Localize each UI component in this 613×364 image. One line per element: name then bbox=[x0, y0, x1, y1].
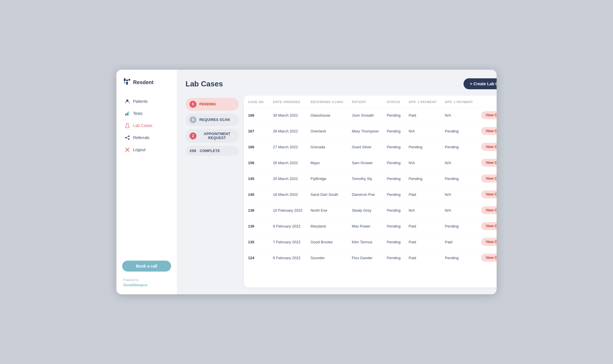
cell-case-no: 156 bbox=[244, 155, 269, 171]
cell-date-ordered: 18 March 2022 bbox=[269, 187, 306, 202]
col-date-ordered: DATE ORDERED bbox=[269, 96, 306, 107]
cell-patient: Max Power bbox=[348, 218, 383, 234]
cell-case-no: 167 bbox=[244, 123, 269, 139]
cell-patient: Grant Silver bbox=[348, 139, 383, 155]
sidebar-item-logout[interactable]: Logout bbox=[120, 144, 173, 156]
cell-app1-payment: Pending bbox=[405, 171, 441, 187]
right-panel: 🔔 3 Lab Cases + Create Lab Case 5 bbox=[177, 70, 497, 294]
filter-appointment-request[interactable]: 2 APPOINTMENT REQUEST bbox=[186, 129, 239, 143]
cell-case-no: 140 bbox=[244, 187, 269, 202]
cell-app2-payment: N/A bbox=[441, 187, 477, 202]
cell-patient: Mary Thompson bbox=[348, 123, 383, 139]
cell-app1-payment: N/A bbox=[405, 155, 441, 171]
create-case-button[interactable]: + Create Lab Case bbox=[463, 78, 497, 89]
cell-referring-clinic: Mypo bbox=[306, 155, 348, 171]
col-app2-payment: APP. 1 PAYMENT bbox=[441, 96, 477, 107]
view-case-button[interactable]: View Case bbox=[481, 238, 497, 246]
view-case-button[interactable]: View Case bbox=[481, 190, 497, 198]
view-case-button[interactable]: View Case bbox=[481, 254, 497, 262]
cell-action: View Case bbox=[477, 187, 497, 202]
sidebar-logo: Resdent bbox=[116, 78, 177, 96]
logo-text: Resdent bbox=[133, 79, 154, 86]
cell-date-ordered: 7 February 2022 bbox=[269, 234, 306, 250]
cell-app2-payment: Pending bbox=[441, 139, 477, 155]
main-content: Lab Cases + Create Lab Case 5 PENDING 0 … bbox=[177, 70, 497, 294]
sidebar-item-tests[interactable]: Tests bbox=[120, 108, 173, 119]
table-row: 156 26 March 2022 Mypo Sam Grower Pendin… bbox=[244, 155, 497, 171]
labcase-icon bbox=[124, 123, 130, 128]
cell-date-ordered: 10 February 2022 bbox=[269, 202, 306, 218]
cell-app1-payment: Pending bbox=[405, 139, 441, 155]
cell-app1-payment: N/A bbox=[405, 123, 441, 139]
chart-icon bbox=[124, 111, 130, 116]
svg-rect-1 bbox=[126, 79, 128, 81]
cell-action: View Case bbox=[477, 250, 497, 266]
view-case-button[interactable]: View Case bbox=[481, 175, 497, 183]
cell-referring-clinic: Grenada bbox=[306, 139, 348, 155]
sidebar-item-labcases-label: Lab Cases bbox=[133, 123, 152, 128]
cell-patient: Fluu Gander bbox=[348, 250, 383, 266]
cell-app2-payment: Pending bbox=[441, 250, 477, 266]
cell-app2-payment: Pending bbox=[441, 171, 477, 187]
cell-app2-payment: N/A bbox=[441, 155, 477, 171]
view-case-button[interactable]: View Case bbox=[481, 111, 497, 119]
table-row: 140 18 March 2022 Sand Dart South Damero… bbox=[244, 187, 497, 202]
sidebar-item-referrals[interactable]: Referrals bbox=[120, 132, 173, 143]
filter-complete[interactable]: 208 COMPLETE bbox=[186, 146, 239, 156]
complete-label: COMPLETE bbox=[200, 149, 220, 153]
table-container: CASE No. DATE ORDERED REFERRING CLINIC P… bbox=[244, 96, 497, 287]
pending-label: PENDING bbox=[199, 102, 216, 106]
cell-patient: Klim Tarmus bbox=[348, 234, 383, 250]
cell-case-no: 124 bbox=[244, 250, 269, 266]
svg-point-11 bbox=[128, 136, 130, 137]
cell-patient: Stealy Grey bbox=[348, 202, 383, 218]
powered-by: Powered by GoodSleepco bbox=[116, 272, 177, 287]
cell-date-ordered: 20 March 2022 bbox=[269, 171, 306, 187]
cell-status: Pending bbox=[383, 123, 405, 139]
appointment-request-label: APPOINTMENT REQUEST bbox=[199, 132, 235, 140]
svg-line-14 bbox=[126, 138, 128, 139]
svg-rect-0 bbox=[124, 78, 126, 81]
cell-app1-payment: Paid bbox=[405, 107, 441, 123]
view-case-button[interactable]: View Case bbox=[481, 206, 497, 214]
filter-pending[interactable]: 5 PENDING bbox=[186, 98, 239, 111]
page-title: Lab Cases bbox=[186, 79, 223, 88]
cell-case-no: 145 bbox=[244, 171, 269, 187]
sidebar-item-patients[interactable]: Patients bbox=[120, 96, 173, 107]
cell-action: View Case bbox=[477, 171, 497, 187]
cell-patient: Dameron Poe bbox=[348, 187, 383, 202]
svg-rect-4 bbox=[128, 79, 130, 81]
cell-app1-payment: Paid bbox=[405, 218, 441, 234]
cell-action: View Case bbox=[477, 155, 497, 171]
cell-app1-payment: N/A bbox=[405, 202, 441, 218]
app-container: Resdent Patients bbox=[116, 70, 497, 294]
filter-requires-scan[interactable]: 0 REQUIRES SCAN bbox=[186, 113, 239, 126]
cell-action: View Case bbox=[477, 107, 497, 123]
view-case-button[interactable]: View Case bbox=[481, 222, 497, 230]
table-row: 135 7 February 2022 Good Brooke Klim Tar… bbox=[244, 234, 497, 250]
col-app1-payment: APP. 1 PAYMENT bbox=[405, 96, 441, 107]
cell-app2-payment: Pending bbox=[441, 123, 477, 139]
table-row: 124 6 February 2022 Sounder Fluu Gander … bbox=[244, 250, 497, 266]
cell-app2-payment: N/A bbox=[441, 107, 477, 123]
view-case-button[interactable]: View Case bbox=[481, 127, 497, 135]
cell-action: View Case bbox=[477, 202, 497, 218]
table-row: 145 20 March 2022 FlyBridge Tomothy Sly … bbox=[244, 171, 497, 187]
view-case-button[interactable]: View Case bbox=[481, 143, 497, 151]
cell-action: View Case bbox=[477, 218, 497, 234]
cell-status: Pending bbox=[383, 155, 405, 171]
cell-date-ordered: 28 March 2022 bbox=[269, 123, 306, 139]
svg-rect-2 bbox=[124, 82, 126, 84]
cell-date-ordered: 6 February 2022 bbox=[269, 250, 306, 266]
col-action bbox=[477, 96, 497, 107]
sidebar-nav: Patients Tests bbox=[116, 96, 177, 255]
col-case-no: CASE No. bbox=[244, 96, 269, 107]
table-header-row: CASE No. DATE ORDERED REFERRING CLINIC P… bbox=[244, 96, 497, 107]
view-case-button[interactable]: View Case bbox=[481, 159, 497, 167]
cell-status: Pending bbox=[383, 250, 405, 266]
sidebar-item-logout-label: Logout bbox=[133, 147, 145, 152]
sidebar-item-labcases[interactable]: Lab Cases bbox=[120, 120, 173, 131]
requires-scan-count: 0 bbox=[190, 116, 196, 123]
book-call-button[interactable]: Book a call bbox=[122, 261, 171, 272]
cell-status: Pending bbox=[383, 139, 405, 155]
